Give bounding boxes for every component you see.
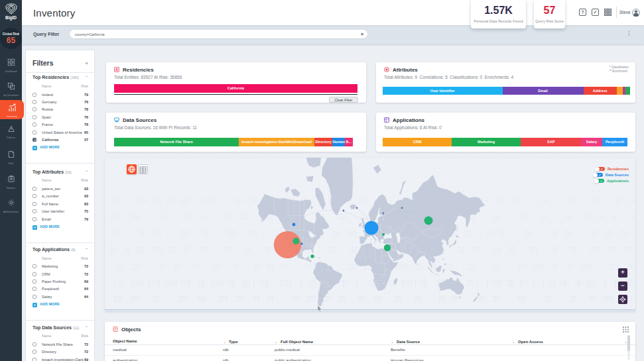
svg-text:A: A — [115, 68, 118, 72]
